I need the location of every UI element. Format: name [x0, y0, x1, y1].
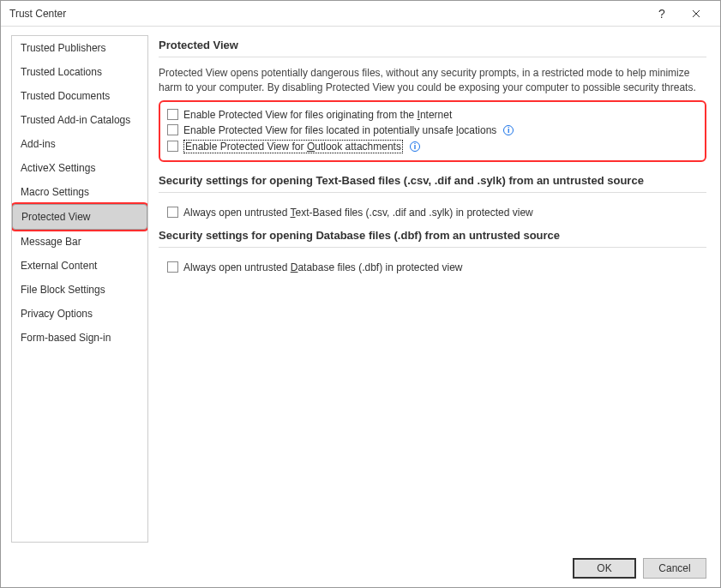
sidebar-item-label: Trusted Publishers	[21, 42, 106, 54]
info-icon[interactable]: i	[503, 125, 514, 135]
sidebar-item-label: Add-ins	[21, 138, 56, 150]
option-label: Always open untrusted Text-Based files (…	[183, 207, 533, 219]
section-divider	[159, 192, 706, 193]
checkbox-icon	[167, 141, 178, 152]
sidebar-item-file-block-settings[interactable]: File Block Settings	[12, 278, 147, 302]
checkbox-icon	[167, 261, 178, 273]
sidebar-item-form-based-signin[interactable]: Form-based Sign-in	[12, 326, 147, 350]
sidebar-item-external-content[interactable]: External Content	[12, 254, 147, 278]
option-text-based-files[interactable]: Always open untrusted Text-Based files (…	[159, 201, 706, 219]
section-heading-protected-view: Protected View	[159, 39, 706, 51]
sidebar-item-trusted-locations[interactable]: Trusted Locations	[12, 60, 147, 84]
sidebar-item-label: External Content	[21, 260, 97, 272]
checkbox-icon	[167, 207, 178, 218]
info-icon[interactable]: i	[410, 141, 420, 152]
sidebar-item-addins[interactable]: Add-ins	[12, 132, 147, 156]
section-divider	[159, 247, 706, 248]
dialog-body: Trusted Publishers Trusted Locations Tru…	[1, 27, 720, 549]
sidebar-item-protected-view[interactable]: Protected View	[12, 204, 147, 230]
sidebar-item-label: ActiveX Settings	[21, 162, 95, 174]
sidebar-item-trusted-addin-catalogs[interactable]: Trusted Add-in Catalogs	[12, 108, 147, 132]
sidebar-item-label: Trusted Add-in Catalogs	[21, 114, 130, 126]
sidebar-item-label: Trusted Documents	[21, 90, 110, 102]
content-pane: Protected View Protected View opens pote…	[159, 35, 710, 543]
protected-view-description: Protected View opens potentially dangero…	[159, 66, 706, 95]
database-section: Security settings for opening Database f…	[159, 229, 706, 273]
checkbox-icon	[167, 109, 178, 120]
option-internet-files[interactable]: Enable Protected View for files originat…	[167, 107, 698, 123]
sidebar-item-label: Macro Settings	[21, 186, 89, 198]
sidebar-item-label: Protected View	[21, 211, 91, 223]
option-unsafe-locations[interactable]: Enable Protected View for files located …	[167, 123, 698, 138]
sidebar-item-label: Message Bar	[21, 236, 81, 248]
sidebar-item-privacy-options[interactable]: Privacy Options	[12, 302, 147, 326]
checkbox-icon	[167, 124, 178, 135]
sidebar-item-message-bar[interactable]: Message Bar	[12, 230, 147, 254]
close-icon	[692, 9, 700, 18]
option-label: Enable Protected View for Outlook attach…	[183, 140, 403, 153]
help-button[interactable]: ?	[645, 2, 679, 26]
section-divider	[159, 57, 706, 57]
sidebar-item-label: Privacy Options	[21, 308, 93, 320]
window-title: Trust Center	[8, 8, 645, 20]
option-label: Enable Protected View for files located …	[183, 124, 496, 136]
sidebar-item-trusted-documents[interactable]: Trusted Documents	[12, 84, 147, 108]
text-based-section: Security settings for opening Text-Based…	[159, 174, 706, 219]
sidebar-item-activex-settings[interactable]: ActiveX Settings	[12, 156, 147, 180]
section-heading-database: Security settings for opening Database f…	[159, 229, 706, 242]
trust-center-dialog: Trust Center ? Trusted Publishers Truste…	[0, 0, 721, 588]
category-sidebar: Trusted Publishers Trusted Locations Tru…	[11, 35, 148, 543]
protected-view-options-group: Enable Protected View for files originat…	[159, 100, 706, 162]
sidebar-item-trusted-publishers[interactable]: Trusted Publishers	[12, 36, 147, 60]
sidebar-item-label: Trusted Locations	[21, 66, 102, 78]
sidebar-item-macro-settings[interactable]: Macro Settings	[12, 180, 147, 204]
option-outlook-attachments[interactable]: Enable Protected View for Outlook attach…	[167, 138, 698, 155]
cancel-button[interactable]: Cancel	[643, 558, 706, 579]
close-button[interactable]	[679, 2, 713, 26]
titlebar: Trust Center ?	[1, 1, 720, 27]
option-label: Enable Protected View for files originat…	[183, 109, 452, 121]
option-label: Always open untrusted Database files (.d…	[183, 261, 463, 273]
option-database-files[interactable]: Always open untrusted Database files (.d…	[159, 256, 706, 273]
sidebar-item-label: Form-based Sign-in	[21, 332, 111, 344]
ok-button[interactable]: OK	[573, 558, 636, 579]
dialog-footer: OK Cancel	[1, 549, 720, 587]
section-heading-text-based: Security settings for opening Text-Based…	[159, 174, 706, 187]
sidebar-item-label: File Block Settings	[21, 284, 105, 296]
